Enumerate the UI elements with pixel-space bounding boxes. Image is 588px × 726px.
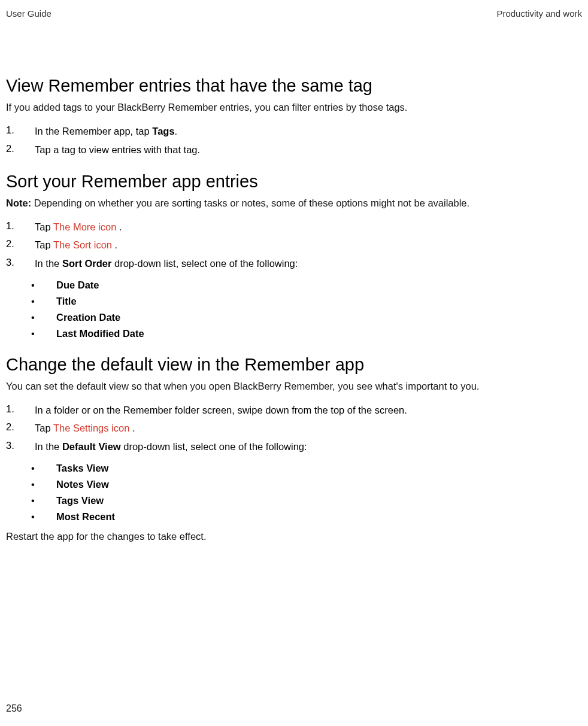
- step-text: Tap a tag to view entries with that tag.: [35, 143, 582, 156]
- text-fragment: In the: [35, 258, 62, 269]
- step-text: In the Sort Order drop-down list, select…: [35, 257, 582, 270]
- step-number: 2.: [6, 238, 35, 251]
- text-fragment: drop-down list, select one of the follow…: [111, 258, 298, 269]
- page-header: User Guide Productivity and work: [6, 8, 582, 21]
- list-item: 2. Tap The Settings icon .: [6, 419, 582, 437]
- page-content: View Remember entries that have the same…: [6, 21, 582, 543]
- list-item: 1. Tap The More icon .: [6, 218, 582, 236]
- list-item: •Most Recent: [31, 509, 582, 525]
- step-text: In the Default View drop-down list, sele…: [35, 440, 582, 453]
- list-item: 3. In the Default View drop-down list, s…: [6, 438, 582, 455]
- list-item: •Due Date: [31, 277, 582, 293]
- text-fragment: Tap: [35, 239, 53, 250]
- bullet-text: Last Modified Date: [56, 328, 582, 339]
- bullet-icon: •: [31, 479, 56, 490]
- bullet-icon: •: [31, 495, 56, 506]
- step-number: 2.: [6, 421, 35, 435]
- bullet-icon: •: [31, 463, 56, 474]
- text-fragment: .: [119, 221, 122, 232]
- bold-term: Tags: [152, 126, 174, 136]
- section-heading: Change the default view in the Remember …: [6, 355, 582, 375]
- step-number: 1.: [6, 403, 35, 417]
- text-fragment: drop-down list, select one of the follow…: [121, 441, 307, 452]
- bullet-icon: •: [31, 511, 56, 523]
- bullet-text: Tags View: [56, 495, 582, 506]
- bulleted-list: •Due Date •Title •Creation Date •Last Mo…: [31, 277, 582, 342]
- text-fragment: .: [132, 423, 135, 433]
- bullet-text: Due Date: [56, 280, 582, 291]
- settings-icon: The Settings icon: [53, 423, 132, 433]
- document-page: User Guide Productivity and work View Re…: [0, 0, 588, 726]
- bullet-text: Title: [56, 296, 582, 307]
- numbered-list: 1. In a folder or on the Remember folder…: [6, 401, 582, 455]
- bullet-text: Notes View: [56, 479, 582, 490]
- section-heading: View Remember entries that have the same…: [6, 76, 582, 96]
- list-item: •Tags View: [31, 493, 582, 509]
- step-text: In a folder or on the Remember folder sc…: [35, 403, 582, 417]
- step-text: Tap The More icon .: [35, 220, 582, 233]
- header-left: User Guide: [6, 8, 51, 19]
- list-item: 3. In the Sort Order drop-down list, sel…: [6, 254, 582, 272]
- step-text: Tap The Sort icon .: [35, 238, 582, 251]
- bullet-icon: •: [31, 296, 56, 307]
- bulleted-list: •Tasks View •Notes View •Tags View •Most…: [31, 460, 582, 525]
- step-number: 2.: [6, 143, 35, 156]
- section-heading: Sort your Remember app entries: [6, 172, 582, 192]
- list-item: 2. Tap The Sort icon .: [6, 236, 582, 254]
- section-note: Note: Depending on whether you are sorti…: [6, 196, 582, 209]
- bold-term: Default View: [62, 441, 121, 452]
- note-label: Note:: [6, 198, 31, 208]
- list-item: 1. In the Remember app, tap Tags.: [6, 122, 582, 140]
- bullet-icon: •: [31, 328, 56, 339]
- text-fragment: Tap: [35, 423, 53, 433]
- note-body: Depending on whether you are sorting tas…: [31, 198, 469, 208]
- bullet-text: Most Recent: [56, 511, 582, 523]
- numbered-list: 1. Tap The More icon . 2. Tap The Sort i…: [6, 218, 582, 272]
- numbered-list: 1. In the Remember app, tap Tags. 2. Tap…: [6, 122, 582, 159]
- step-number: 1.: [6, 220, 35, 233]
- bullet-icon: •: [31, 312, 56, 323]
- text-fragment: In the: [35, 441, 62, 452]
- more-icon: The More icon: [53, 221, 119, 232]
- step-text: In the Remember app, tap Tags.: [35, 124, 582, 138]
- bullet-text: Tasks View: [56, 463, 582, 474]
- list-item: •Notes View: [31, 476, 582, 493]
- list-item: •Creation Date: [31, 309, 582, 326]
- page-number: 256: [6, 703, 22, 714]
- text-fragment: .: [175, 126, 178, 136]
- text-fragment: In the Remember app, tap: [35, 126, 152, 136]
- list-item: 1. In a folder or on the Remember folder…: [6, 401, 582, 419]
- list-item: 2. Tap a tag to view entries with that t…: [6, 141, 582, 159]
- section-outro: Restart the app for the changes to take …: [6, 530, 582, 543]
- bullet-text: Creation Date: [56, 312, 582, 323]
- step-number: 3.: [6, 440, 35, 453]
- text-fragment: Tap: [35, 221, 53, 232]
- bold-term: Sort Order: [62, 258, 112, 269]
- bullet-icon: •: [31, 280, 56, 291]
- step-text: Tap The Settings icon .: [35, 421, 582, 435]
- header-right: Productivity and work: [496, 8, 582, 19]
- text-fragment: .: [115, 239, 118, 250]
- sort-icon: The Sort icon: [53, 239, 115, 250]
- list-item: •Tasks View: [31, 460, 582, 476]
- list-item: •Title: [31, 293, 582, 309]
- section-intro: You can set the default view so that whe…: [6, 379, 582, 393]
- step-number: 1.: [6, 124, 35, 138]
- list-item: •Last Modified Date: [31, 326, 582, 342]
- step-number: 3.: [6, 257, 35, 270]
- section-intro: If you added tags to your BlackBerry Rem…: [6, 101, 582, 114]
